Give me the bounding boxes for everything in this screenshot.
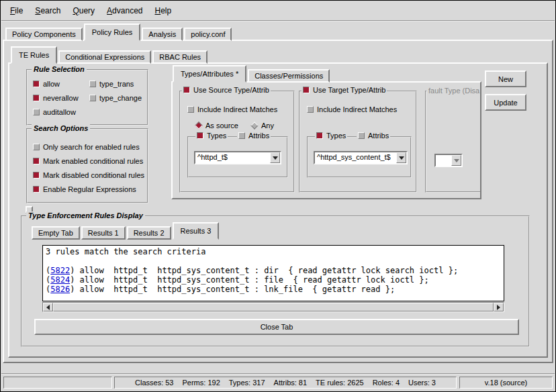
default-type-combo-value [436,155,451,166]
source-types-attribs-box: Types Attribs ^httpd_t$ [187,136,288,178]
rule-text: ) allow httpd_t httpd_sys_content_t : di… [70,266,458,275]
checkbox-indicator [33,109,40,115]
checkbox-indicator [33,81,40,87]
stat-users: Users: 3 [408,379,436,387]
source-type-group: Use Source Type/Attrib Include Indirect … [179,91,295,193]
source-type-combo-value[interactable]: ^httpd_t$ [195,152,270,163]
rule-id-link[interactable]: 5824 [50,275,70,285]
source-combo-arrow-button[interactable] [270,152,280,163]
scrollbar-trough[interactable] [53,303,494,311]
stat-te-rules: TE rules: 2625 [316,379,364,387]
menu-search[interactable]: Search [29,4,66,17]
stat-attribs: Attribs: 81 [274,379,308,387]
target-types-attribs-box: Types Attribs ^httpd_sys_content_t$ [307,136,412,178]
menu-advanced[interactable]: Advanced [101,4,148,17]
target-type-combo-value[interactable]: ^httpd_sys_content_t$ [315,152,396,163]
checkbox-target-attribs[interactable]: Attribs [357,132,390,140]
tab-classes-permissions[interactable]: Classes/Permissions [248,69,330,83]
menu-help[interactable]: Help [148,4,177,17]
tab-policy-rules[interactable]: Policy Rules [84,23,141,41]
checkbox-target-types[interactable]: Types [315,132,347,140]
checkbox-indicator [33,186,40,193]
rule-id-link[interactable]: 5822 [50,266,70,275]
tab-conditional-expressions[interactable]: Conditional Expressions [58,50,151,64]
scrollbar-thumb[interactable] [53,303,494,311]
scroll-right-button[interactable] [494,303,504,311]
rule-id-link[interactable]: 5826 [50,285,70,294]
tab-policy-components[interactable]: Policy Components [5,28,83,41]
tab-empty-tab[interactable]: Empty Tab [32,226,80,240]
checkbox-indicator [89,95,96,101]
results-text-area[interactable]: 3 rules match the search criteria (5822)… [42,245,504,301]
tab-policy-conf[interactable]: policy.conf [184,28,232,41]
checkbox-indicator [33,172,40,179]
checkbox-allow[interactable]: allow [33,80,60,88]
arrow-right-icon [497,305,500,310]
target-combo-arrow-button[interactable] [396,152,406,163]
checkbox-label: Mark enabled conditional rules [43,157,143,165]
radio-any[interactable]: Any [251,121,274,130]
result-rule-line: (5822) allow httpd_t httpd_sys_content_t… [46,266,501,275]
tab-rbac-rules[interactable]: RBAC Rules [152,50,207,64]
tab-te-rules[interactable]: TE Rules [11,46,57,64]
rule-type-tabs: TE Rules Conditional Expressions RBAC Ru… [11,49,209,64]
search-options-group: Search Options Only search for enabled r… [26,128,148,203]
checkbox-source-attribs[interactable]: Attribs [237,132,271,140]
checkbox-use-source-type[interactable]: Use Source Type/Attrib [182,86,271,94]
scroll-left-button[interactable] [43,303,53,311]
radio-label: As source [205,121,238,130]
close-tab-button[interactable]: Close Tab [34,319,519,335]
status-box-left [3,377,112,389]
new-button[interactable]: New [485,70,526,87]
checkbox-source-types[interactable]: Types [195,132,228,140]
search-options-title: Search Options [32,124,90,132]
checkbox-type-change[interactable]: type_change [89,94,142,102]
radio-as-source[interactable]: As source [195,121,238,130]
checkbox-type-trans[interactable]: type_trans [89,80,134,88]
tab-results-1[interactable]: Results 1 [81,226,126,240]
target-type-group: Use Target Type/Attrib Include Indirect … [299,91,417,193]
checkbox-mark-disabled-conditional[interactable]: Mark disabled conditional rules [33,171,144,179]
radio-label: Any [261,121,274,130]
checkbox-use-target-type[interactable]: Use Target Type/Attrib [302,86,387,94]
tab-types-attributes[interactable]: Types/Attributes * [173,65,246,83]
status-box-stats: Classes: 53 Perms: 192 Types: 317 Attrib… [114,377,457,389]
checkbox-only-enabled-rules[interactable]: Only search for enabled rules [33,143,140,151]
checkbox-mark-enabled-conditional[interactable]: Mark enabled conditional rules [33,157,143,165]
checkbox-label: neverallow [43,94,79,102]
types-attributes-page: Use Source Type/Attrib Include Indirect … [171,81,481,199]
checkbox-source-indirect[interactable]: Include Indirect Matches [187,105,277,113]
status-box-version: v.18 (source) [459,377,553,389]
checkbox-label: Mark disabled conditional rules [43,171,144,179]
checkbox-neverallow[interactable]: neverallow [33,94,79,102]
checkbox-target-indirect[interactable]: Include Indirect Matches [307,105,397,113]
target-type-combo: ^httpd_sys_content_t$ [314,151,408,164]
checkbox-indicator [187,106,194,113]
checkbox-label: Attribs [368,132,389,140]
main-tabs: Policy Components Policy Rules Analysis … [5,25,233,41]
rule-text: ) allow httpd_t httpd_sys_content_t : ln… [70,285,395,294]
tab-results-2[interactable]: Results 2 [127,226,171,240]
rule-text: ) allow httpd_t httpd_sys_content_t : fi… [70,275,429,285]
checkbox-indicator [197,132,203,139]
update-button[interactable]: Update [485,94,526,111]
arrow-down-icon [454,159,459,162]
stat-roles: Roles: 4 [373,379,400,387]
app-window: File Search Query Advanced Help Policy C… [0,0,556,392]
stat-perms: Perms: 192 [183,379,220,387]
checkbox-label: type_trans [99,80,134,88]
menu-query[interactable]: Query [66,4,101,17]
tab-results-3[interactable]: Results 3 [173,222,220,240]
tab-analysis[interactable]: Analysis [142,28,183,41]
result-rule-line: (5824) allow httpd_t httpd_sys_content_t… [46,275,501,285]
source-type-combo: ^httpd_t$ [194,151,281,164]
checkbox-auditallow[interactable]: auditallow [33,108,76,116]
menu-file[interactable]: File [4,4,29,17]
checkbox-enable-regex[interactable]: Enable Regular Expressions [33,185,136,193]
arrow-down-icon [399,156,404,160]
checkbox-label: auditallow [43,108,76,116]
radio-indicator [250,121,258,129]
results-header: 3 rules match the search criteria [46,247,501,256]
menubar: File Search Query Advanced Help [1,1,555,21]
checkbox-indicator [89,81,96,87]
